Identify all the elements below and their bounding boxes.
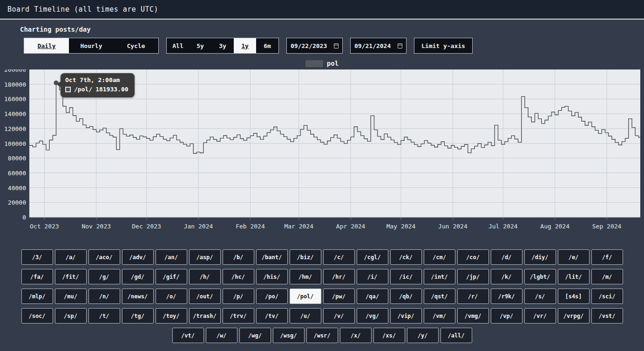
chart-canvas[interactable]: 0200004000060000800001000001200001400001…	[0, 69, 644, 232]
board-button-pw[interactable]: /pw/	[323, 289, 355, 304]
board-button-toy[interactable]: /toy/	[156, 308, 187, 323]
range-3y-button[interactable]: 3y	[211, 38, 234, 53]
board-button-r9k[interactable]: /r9k/	[491, 289, 522, 304]
range-6m-button[interactable]: 6m	[256, 38, 278, 53]
board-button-v[interactable]: /v/	[323, 308, 355, 323]
board-button-s[interactable]: /s/	[524, 289, 556, 304]
end-date-input[interactable]: 09/21/2024	[350, 38, 407, 54]
board-button-3[interactable]: /3/	[21, 249, 53, 265]
board-button-tg[interactable]: /tg/	[122, 308, 154, 323]
board-button-u[interactable]: /u/	[290, 308, 321, 323]
interval-cycle-button[interactable]: Cycle	[114, 38, 158, 53]
board-button-int[interactable]: /int/	[424, 269, 455, 284]
range-5y-button[interactable]: 5y	[189, 38, 211, 53]
board-button-all[interactable]: /all/	[441, 328, 472, 343]
board-button-sci[interactable]: /sci/	[591, 289, 623, 304]
board-button-gd[interactable]: /gd/	[122, 269, 154, 284]
board-button-vip[interactable]: /vip/	[390, 308, 422, 323]
board-button-vrpg[interactable]: /vrpg/	[558, 308, 590, 323]
board-button-n[interactable]: /n/	[88, 289, 120, 304]
board-button-vr[interactable]: /vr/	[524, 308, 556, 323]
calendar-icon[interactable]	[398, 43, 402, 48]
range-all-button[interactable]: All	[167, 38, 189, 53]
board-button-mlp[interactable]: /mlp/	[21, 289, 53, 304]
calendar-icon[interactable]	[334, 43, 339, 48]
board-button-po[interactable]: /po/	[256, 289, 288, 304]
board-button-trash[interactable]: /trash/	[189, 308, 221, 323]
board-button-his[interactable]: /his/	[256, 269, 288, 284]
interval-daily-button[interactable]: Daily	[24, 38, 69, 53]
board-button-fit[interactable]: /fit/	[55, 269, 87, 284]
board-button-c[interactable]: /c/	[323, 249, 355, 265]
board-button-vt[interactable]: /vt/	[172, 328, 204, 343]
board-button-wsr[interactable]: /wsr/	[306, 328, 338, 343]
board-button-d[interactable]: /d/	[491, 249, 522, 265]
chart-legend[interactable]: pol	[0, 59, 644, 68]
board-button-s4s[interactable]: [s4s]	[558, 289, 590, 304]
range-1y-button[interactable]: 1y	[234, 38, 256, 53]
board-button-qa[interactable]: /qa/	[357, 289, 388, 304]
board-button-aco[interactable]: /aco/	[88, 249, 120, 265]
board-button-f[interactable]: /f/	[591, 249, 623, 265]
board-button-p[interactable]: /p/	[223, 289, 254, 304]
board-button-xs[interactable]: /xs/	[373, 328, 405, 343]
board-button-b[interactable]: /b/	[223, 249, 254, 265]
board-button-ic[interactable]: /ic/	[390, 269, 422, 284]
board-button-vm[interactable]: /vm/	[424, 308, 455, 323]
board-button-jp[interactable]: /jp/	[457, 269, 489, 284]
interval-hourly-button[interactable]: Hourly	[69, 38, 114, 53]
board-button-gif[interactable]: /gif/	[156, 269, 187, 284]
chart-svg[interactable]: 0200004000060000800001000001200001400001…	[0, 69, 644, 232]
board-button-co[interactable]: /co/	[457, 249, 489, 265]
board-button-i[interactable]: /i/	[357, 269, 388, 284]
board-button-tv[interactable]: /tv/	[256, 308, 288, 323]
board-button-trv[interactable]: /trv/	[223, 308, 254, 323]
board-button-bant[interactable]: /bant/	[256, 249, 288, 265]
board-button-asp[interactable]: /asp/	[189, 249, 221, 265]
board-button-a[interactable]: /a/	[55, 249, 87, 265]
legend-swatch-pol[interactable]	[305, 60, 323, 67]
board-button-m[interactable]: /m/	[591, 269, 623, 284]
board-button-x[interactable]: /x/	[340, 328, 372, 343]
board-button-hr[interactable]: /hr/	[323, 269, 355, 284]
board-button-cm[interactable]: /cm/	[424, 249, 455, 265]
board-button-an[interactable]: /an/	[156, 249, 187, 265]
board-button-h[interactable]: /h/	[189, 269, 221, 284]
board-button-w[interactable]: /w/	[206, 328, 237, 343]
board-button-adv[interactable]: /adv/	[122, 249, 154, 265]
board-button-lgbt[interactable]: /lgbt/	[524, 269, 556, 284]
board-button-k[interactable]: /k/	[491, 269, 522, 284]
board-button-wsg[interactable]: /wsg/	[273, 328, 305, 343]
board-button-g[interactable]: /g/	[88, 269, 120, 284]
board-button-y[interactable]: /y/	[407, 328, 439, 343]
board-button-e[interactable]: /e/	[558, 249, 590, 265]
hover-point-marker[interactable]	[54, 81, 59, 85]
board-button-vmg[interactable]: /vmg/	[457, 308, 489, 323]
board-button-wg[interactable]: /wg/	[239, 328, 271, 343]
board-button-t[interactable]: /t/	[88, 308, 120, 323]
board-button-hm[interactable]: /hm/	[290, 269, 321, 284]
board-button-biz[interactable]: /biz/	[290, 249, 321, 265]
start-date-input[interactable]: 09/22/2023	[286, 38, 343, 54]
board-button-cgl[interactable]: /cgl/	[357, 249, 388, 265]
board-button-vp[interactable]: /vp/	[491, 308, 522, 323]
board-button-o[interactable]: /o/	[156, 289, 187, 304]
board-button-hc[interactable]: /hc/	[223, 269, 254, 284]
board-button-vst[interactable]: /vst/	[591, 308, 623, 323]
legend-label-pol[interactable]: pol	[327, 60, 339, 67]
board-button-qb[interactable]: /qb/	[390, 289, 422, 304]
board-button-fa[interactable]: /fa/	[21, 269, 53, 284]
board-button-sp[interactable]: /sp/	[55, 308, 87, 323]
board-button-diy[interactable]: /diy/	[524, 249, 556, 265]
board-button-out[interactable]: /out/	[189, 289, 221, 304]
board-button-r[interactable]: /r/	[457, 289, 489, 304]
board-button-vg[interactable]: /vg/	[357, 308, 388, 323]
board-button-news[interactable]: /news/	[122, 289, 154, 304]
board-button-ck[interactable]: /ck/	[390, 249, 422, 265]
board-button-lit[interactable]: /lit/	[558, 269, 590, 284]
chart-area[interactable]: 0200004000060000800001000001200001400001…	[0, 69, 644, 233]
board-button-soc[interactable]: /soc/	[21, 308, 53, 323]
board-button-mu[interactable]: /mu/	[55, 289, 87, 304]
board-button-qst[interactable]: /qst/	[424, 289, 455, 304]
board-button-pol[interactable]: /pol/	[290, 289, 321, 304]
